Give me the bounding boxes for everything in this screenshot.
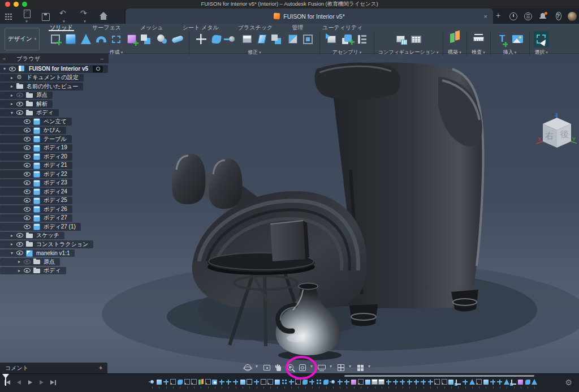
file-new-icon[interactable]	[22, 9, 31, 18]
extrude-icon[interactable]	[63, 31, 78, 48]
fillet-icon[interactable]	[224, 31, 239, 48]
nav-tool-icon[interactable]	[262, 363, 271, 372]
timeline-feature-icon[interactable]	[524, 378, 531, 386]
visibility-eye-icon[interactable]	[24, 216, 31, 220]
nav-tool-icon[interactable]	[255, 363, 260, 372]
extensions-icon[interactable]	[524, 12, 533, 21]
group-inspect-label[interactable]: 検査	[472, 49, 485, 56]
activate-component-radio[interactable]	[93, 66, 103, 72]
revolve-icon[interactable]	[78, 31, 93, 48]
avatar[interactable]	[568, 12, 577, 21]
timeline-feature-icon[interactable]	[399, 378, 406, 386]
tree-item[interactable]: ボディ27 (1)	[0, 223, 81, 231]
create-sketch-icon[interactable]	[47, 31, 63, 48]
timeline-feature-icon[interactable]	[232, 378, 239, 386]
expand-arrow-icon[interactable]	[18, 268, 24, 273]
timeline-feature-icon[interactable]	[211, 378, 218, 386]
nav-tool-icon[interactable]	[317, 363, 326, 372]
timeline-feature-icon[interactable]	[330, 378, 336, 386]
visibility-eye-icon[interactable]	[24, 137, 31, 141]
expand-arrow-icon[interactable]	[3, 66, 9, 71]
visibility-eye-icon[interactable]	[24, 225, 31, 229]
split-body-icon[interactable]	[285, 31, 300, 48]
visibility-eye-icon[interactable]	[24, 189, 31, 194]
primitive-pipe-icon[interactable]	[170, 31, 185, 48]
press-pull-icon[interactable]	[209, 31, 224, 48]
timeline-feature-icon[interactable]	[531, 378, 538, 386]
visibility-eye-icon[interactable]	[16, 102, 23, 106]
timeline-feature-icon[interactable]	[281, 378, 288, 386]
tree-item[interactable]: ボディ19	[0, 144, 72, 152]
timeline-feature-icon[interactable]	[309, 378, 316, 386]
tree-item[interactable]: テーブル	[0, 135, 72, 143]
undo-icon[interactable]	[59, 9, 68, 18]
tree-item[interactable]: ボディ23	[0, 179, 72, 187]
notifications-icon[interactable]	[538, 12, 547, 21]
visibility-eye-icon[interactable]	[24, 207, 31, 212]
group-construct-label[interactable]: 構築	[448, 49, 461, 56]
timeline-feature-icon[interactable]	[392, 378, 399, 386]
undo-caret[interactable]: ▾	[63, 19, 65, 24]
timeline-feature-icon[interactable]	[170, 378, 176, 386]
timeline-feature-icon[interactable]	[191, 378, 197, 386]
collapse-panel-icon[interactable]: «	[0, 56, 8, 62]
group-modify-label[interactable]: 修正	[248, 49, 261, 56]
save-icon[interactable]	[41, 12, 50, 21]
group-assembly-label[interactable]: アセンブリ	[332, 49, 362, 56]
combine-icon[interactable]	[270, 31, 285, 48]
timeline-feature-icon[interactable]	[455, 378, 461, 386]
view-cube[interactable]: 右 後 X Y Z	[535, 111, 577, 154]
timeline-feature-icon[interactable]	[183, 378, 190, 386]
select-tool-icon[interactable]	[534, 31, 549, 48]
app-grid-icon[interactable]	[3, 12, 12, 21]
timeline-feature-icon[interactable]	[413, 378, 420, 386]
visibility-eye-icon[interactable]	[24, 172, 31, 176]
tree-item[interactable]: ボディ24	[0, 188, 72, 196]
visibility-eye-icon[interactable]	[24, 163, 31, 167]
visibility-eye-icon[interactable]	[16, 233, 23, 238]
home-view-icon[interactable]	[99, 12, 108, 21]
group-configuration-label[interactable]: コンフィギュレーション	[378, 49, 439, 56]
expand-arrow-icon[interactable]	[11, 84, 16, 89]
timeline-settings-gear-icon[interactable]: ⚙	[565, 378, 572, 387]
tree-item[interactable]: FUISON for Interior v5	[0, 65, 108, 73]
new-document-tab-button[interactable]	[494, 12, 503, 21]
visibility-eye-icon[interactable]	[24, 198, 31, 203]
visibility-eye-icon[interactable]	[16, 242, 23, 247]
nav-tool-icon[interactable]	[329, 363, 334, 372]
tree-item[interactable]: 原点	[0, 258, 60, 266]
nav-tool-icon[interactable]	[298, 363, 307, 372]
timeline-feature-icon[interactable]	[163, 378, 170, 386]
as-built-joint-icon[interactable]	[355, 31, 370, 48]
joint-icon[interactable]	[339, 31, 355, 48]
close-tab-icon[interactable]: ×	[484, 13, 487, 20]
tree-item[interactable]: スケッチ	[0, 232, 64, 240]
timeline-feature-icon[interactable]	[253, 378, 260, 386]
tree-item[interactable]: ボディ	[0, 267, 66, 275]
close-window-button[interactable]	[5, 2, 10, 7]
tree-item[interactable]: ボディ20	[0, 153, 72, 161]
group-insert-label[interactable]: 挿入	[503, 49, 516, 56]
step-forward-icon[interactable]	[38, 379, 45, 386]
timeline-feature-icon[interactable]	[246, 378, 253, 386]
minimize-panel-icon[interactable]: –	[100, 55, 109, 62]
tree-item[interactable]: ボディ	[0, 109, 59, 117]
nav-tool-icon[interactable]	[243, 363, 252, 372]
timeline-feature-icon[interactable]	[496, 378, 503, 386]
expand-arrow-icon[interactable]	[11, 101, 16, 106]
timeline-feature-icon[interactable]	[364, 378, 371, 386]
tree-item[interactable]: コンストラクション	[0, 240, 93, 248]
timeline-feature-icon[interactable]	[448, 378, 455, 386]
timeline-feature-icon[interactable]	[427, 378, 434, 386]
timeline-feature-icon[interactable]	[406, 378, 413, 386]
expand-arrow-icon[interactable]	[11, 110, 16, 115]
timeline-feature-icon[interactable]	[295, 378, 301, 386]
timeline-scrollbar[interactable]	[344, 375, 534, 377]
expand-arrow-icon[interactable]	[11, 75, 16, 80]
move-copy-icon[interactable]	[193, 31, 209, 48]
timeline-feature-icon[interactable]	[267, 378, 274, 386]
tree-item[interactable]: 原点	[0, 92, 53, 100]
tree-item[interactable]: ドキュメントの設定	[0, 74, 84, 82]
zoom-window-button[interactable]	[22, 2, 27, 7]
timeline-feature-icon[interactable]	[149, 378, 155, 386]
